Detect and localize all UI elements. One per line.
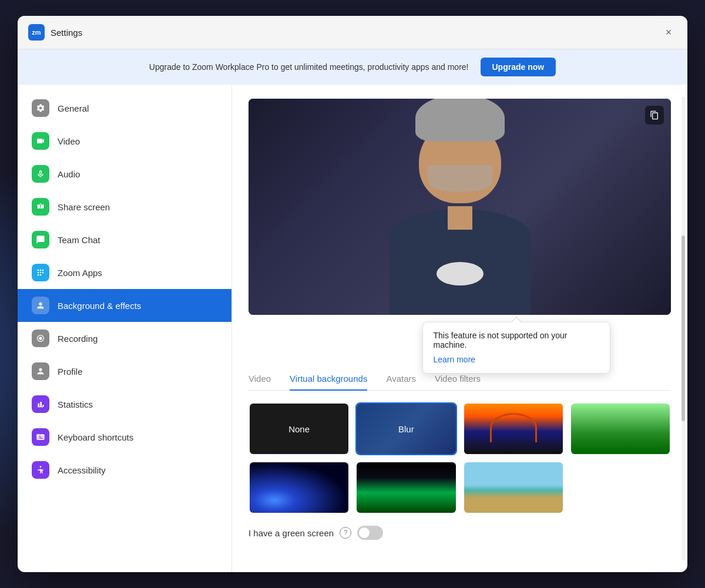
sidebar-item-label: Profile bbox=[58, 367, 83, 377]
main-content: General Video Audio Share screen bbox=[18, 85, 687, 572]
bg-bridge[interactable] bbox=[463, 402, 564, 455]
bg-aurora[interactable] bbox=[355, 461, 456, 514]
bg-aurora-image bbox=[357, 462, 455, 513]
bg-beach[interactable] bbox=[463, 461, 564, 514]
svg-point-7 bbox=[40, 274, 42, 276]
bg-grass[interactable] bbox=[570, 402, 671, 455]
sidebar-item-label: General bbox=[58, 103, 89, 113]
sidebar-item-audio[interactable]: Audio bbox=[18, 157, 231, 190]
sidebar-item-label: Team Chat bbox=[58, 235, 100, 245]
statistics-icon bbox=[32, 395, 49, 413]
window-title: Settings bbox=[51, 28, 82, 38]
bg-blur[interactable]: Blur bbox=[355, 402, 456, 455]
tabs-bar: Video Virtual backgrounds Avatars Video … bbox=[249, 374, 671, 391]
tab-video-filters[interactable]: Video filters bbox=[435, 374, 481, 391]
scrollbar-thumb[interactable] bbox=[682, 236, 685, 421]
sidebar-item-label: Recording bbox=[58, 334, 98, 344]
video-icon bbox=[32, 132, 49, 150]
sidebar-item-share-screen[interactable]: Share screen bbox=[18, 190, 231, 223]
bg-space[interactable] bbox=[249, 461, 350, 514]
sidebar-item-general[interactable]: General bbox=[18, 92, 231, 125]
sidebar-item-label: Statistics bbox=[58, 399, 93, 409]
sidebar-item-label: Zoom Apps bbox=[58, 268, 102, 278]
zoom-logo: zm bbox=[28, 24, 45, 41]
sidebar-item-zoom-apps[interactable]: Zoom Apps bbox=[18, 256, 231, 289]
sidebar: General Video Audio Share screen bbox=[18, 85, 232, 572]
zoom-apps-icon bbox=[32, 264, 49, 281]
sidebar-item-label: Video bbox=[58, 136, 80, 146]
tab-avatars[interactable]: Avatars bbox=[386, 374, 416, 391]
bg-bridge-image bbox=[464, 404, 563, 454]
bg-grass-image bbox=[571, 404, 670, 454]
upgrade-bar-text: Upgrade to Zoom Workplace Pro to get unl… bbox=[149, 62, 469, 72]
sidebar-item-recording[interactable]: Recording bbox=[18, 322, 231, 355]
background-effects-icon bbox=[32, 297, 49, 314]
sidebar-item-label: Background & effects bbox=[58, 301, 141, 311]
sidebar-item-keyboard-shortcuts[interactable]: Keyboard shortcuts bbox=[18, 421, 231, 453]
sidebar-item-team-chat[interactable]: Team Chat bbox=[18, 223, 231, 256]
video-preview: This feature is not supported on your ma… bbox=[249, 99, 671, 315]
svg-point-4 bbox=[40, 272, 42, 274]
content-area: This feature is not supported on your ma… bbox=[232, 85, 687, 572]
upgrade-now-button[interactable]: Upgrade now bbox=[481, 58, 556, 76]
bg-space-image bbox=[250, 462, 348, 513]
title-bar: zm Settings × bbox=[18, 16, 687, 49]
bg-none[interactable]: None bbox=[249, 402, 350, 455]
svg-point-5 bbox=[42, 272, 44, 274]
svg-point-3 bbox=[38, 272, 39, 274]
keyboard-icon bbox=[32, 428, 49, 446]
sidebar-item-background-effects[interactable]: Background & effects bbox=[18, 289, 231, 322]
sidebar-item-video[interactable]: Video bbox=[18, 125, 231, 157]
bg-none-label: None bbox=[250, 404, 348, 454]
sidebar-item-label: Share screen bbox=[58, 202, 110, 212]
audio-icon bbox=[32, 165, 49, 183]
svg-point-2 bbox=[42, 270, 44, 271]
sidebar-item-statistics[interactable]: Statistics bbox=[18, 388, 231, 421]
green-screen-toggle[interactable] bbox=[357, 526, 383, 540]
svg-point-10 bbox=[40, 466, 42, 468]
title-bar-left: zm Settings bbox=[28, 24, 82, 41]
sidebar-item-label: Audio bbox=[58, 169, 80, 179]
tab-video[interactable]: Video bbox=[249, 374, 271, 391]
green-screen-help-icon[interactable]: ? bbox=[340, 527, 351, 539]
bg-beach-image bbox=[464, 462, 563, 513]
upgrade-bar: Upgrade to Zoom Workplace Pro to get unl… bbox=[18, 49, 687, 85]
profile-icon bbox=[32, 362, 49, 380]
green-screen-row: I have a green screen ? bbox=[249, 526, 671, 540]
sidebar-item-profile[interactable]: Profile bbox=[18, 355, 231, 388]
tooltip-bubble: This feature is not supported on your ma… bbox=[422, 322, 610, 374]
recording-icon bbox=[32, 330, 49, 347]
svg-point-1 bbox=[40, 270, 42, 271]
share-screen-icon bbox=[32, 198, 49, 216]
svg-point-0 bbox=[38, 270, 39, 271]
tab-virtual-backgrounds[interactable]: Virtual backgrounds bbox=[290, 374, 367, 391]
sidebar-item-accessibility[interactable]: Accessibility bbox=[18, 453, 231, 486]
green-screen-label: I have a green screen bbox=[249, 528, 334, 538]
accessibility-icon bbox=[32, 461, 49, 479]
tooltip-text: This feature is not supported on your ma… bbox=[434, 331, 599, 350]
settings-window: zm Settings × Upgrade to Zoom Workplace … bbox=[18, 16, 687, 572]
sidebar-item-label: Accessibility bbox=[58, 465, 106, 475]
sidebar-item-label: Keyboard shortcuts bbox=[58, 432, 133, 442]
close-button[interactable]: × bbox=[660, 24, 677, 41]
svg-point-9 bbox=[39, 337, 42, 340]
gear-icon bbox=[32, 99, 49, 117]
copy-video-button[interactable] bbox=[645, 106, 664, 125]
background-grid: None Blur bbox=[249, 402, 671, 514]
scrollbar-track bbox=[682, 96, 685, 560]
tooltip-learn-more-link[interactable]: Learn more bbox=[434, 355, 476, 364]
svg-point-6 bbox=[38, 274, 39, 276]
bg-blur-label: Blur bbox=[357, 404, 455, 454]
video-preview-inner bbox=[249, 99, 671, 315]
chat-icon bbox=[32, 231, 49, 248]
